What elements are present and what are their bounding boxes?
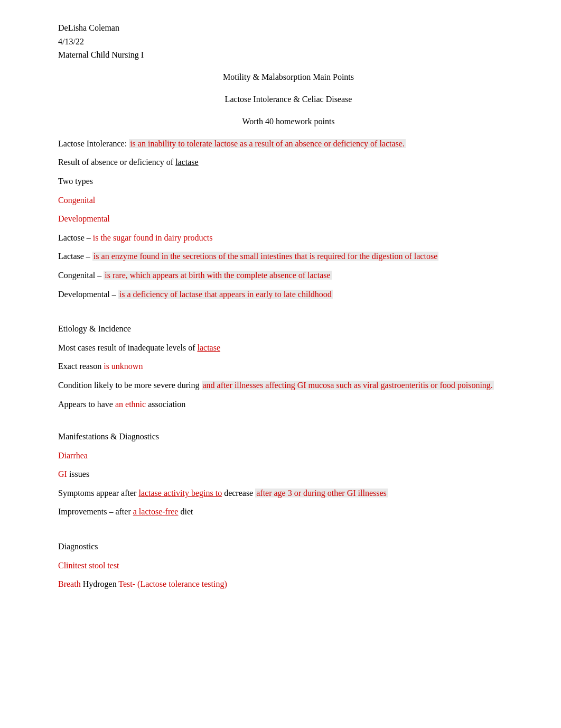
developmental-line: Developmental: [58, 212, 519, 226]
document-title1: Motility & Malabsorption Main Points: [223, 72, 354, 81]
exact-reason-prefix: Exact reason: [58, 362, 101, 371]
gi-suffix: issues: [69, 469, 89, 478]
symptoms-middle: decrease: [224, 489, 253, 497]
most-cases-line: Most cases result of inadequate levels o…: [58, 341, 519, 355]
congenital-def-prefix: Congenital –: [58, 271, 101, 280]
lactase-underline: lactase: [175, 158, 199, 167]
lactose-intolerance-def-red: is an inability to tolerate lactose as a…: [129, 139, 406, 148]
appears-suffix: association: [148, 400, 185, 409]
document-title3: Worth 40 homework points: [242, 117, 334, 126]
condition-line: Condition likely to be more severe durin…: [58, 379, 519, 392]
lactose-def-red: is the sugar found in dairy products: [93, 233, 213, 242]
gi-red: GI: [58, 469, 67, 478]
clinitest-line: Clinitest stool test: [58, 559, 519, 573]
appears-prefix: Appears to have: [58, 400, 113, 409]
two-types-text: Two types: [58, 177, 93, 186]
symptoms-red2: after age 3 or during other GI illnesses: [255, 489, 388, 497]
result-line: Result of absence or deficiency of lacta…: [58, 155, 519, 169]
result-prefix: Result of absence or deficiency of: [58, 158, 173, 167]
lactase-def-line: Lactase – is an enzyme found in the secr…: [58, 250, 519, 263]
improvements-prefix: Improvements – after: [58, 507, 131, 516]
improvements-suffix: diet: [180, 507, 193, 516]
clinitest-text: Clinitest stool test: [58, 561, 119, 570]
breath-hydrogen-line: Breath Hydrogen Test- (Lactose tolerance…: [58, 577, 519, 591]
symptoms-prefix: Symptoms appear after: [58, 489, 136, 497]
lactose-intolerance-def-line: Lactose Intolerance: is an inability to …: [58, 137, 519, 151]
course-name: Maternal Child Nursing I: [58, 48, 519, 62]
lactase-prefix: Lactase –: [58, 252, 90, 261]
appears-ethnic-red: an ethnic: [115, 400, 146, 409]
author-name: DeLisha Coleman: [58, 21, 519, 35]
document-title2: Lactose Intolerance & Celiac Disease: [225, 95, 352, 104]
lactose-intolerance-label: Lactose Intolerance:: [58, 139, 127, 148]
manifestations-heading: Manifestations & Diagnostics: [58, 430, 519, 444]
appears-line: Appears to have an ethnic association: [58, 398, 519, 411]
breath-middle: Hydrogen: [83, 579, 117, 588]
etiology-heading: Etiology & Incidence: [58, 322, 519, 336]
congenital-def-line: Congenital – is rare, which appears at b…: [58, 269, 519, 282]
congenital-line: Congenital: [58, 193, 519, 207]
document-title2-block: Lactose Intolerance & Celiac Disease: [58, 95, 519, 104]
gi-issues-line: GI issues: [58, 467, 519, 481]
document-title1-block: Motility & Malabsorption Main Points: [58, 72, 519, 82]
breath-red: Breath: [58, 579, 81, 588]
diarrhea-text: Diarrhea: [58, 451, 88, 460]
exact-reason-line: Exact reason is unknown: [58, 360, 519, 373]
diagnostics-heading: Diagnostics: [58, 540, 519, 554]
symptoms-line: Symptoms appear after lactase activity b…: [58, 486, 519, 500]
improvements-line: Improvements – after a lactose-free diet: [58, 505, 519, 519]
developmental-def-red: is a deficiency of lactase that appears …: [118, 290, 333, 299]
two-types-line: Two types: [58, 174, 519, 188]
exact-reason-red: is unknown: [104, 362, 143, 371]
document-date: 4/13/22: [58, 35, 519, 49]
lactose-prefix: Lactose –: [58, 233, 91, 242]
lactose-def-line: Lactose – is the sugar found in dairy pr…: [58, 231, 519, 245]
header-block: DeLisha Coleman 4/13/22 Maternal Child N…: [58, 21, 519, 62]
condition-prefix: Condition likely to be more severe durin…: [58, 381, 200, 390]
developmental-def-prefix: Developmental –: [58, 290, 116, 299]
condition-red: and after illnesses affecting GI mucosa …: [202, 381, 494, 390]
diarrhea-line: Diarrhea: [58, 449, 519, 463]
lactase-red-text: lactase: [197, 343, 220, 352]
breath-red2: Test- (Lactose tolerance testing): [118, 579, 227, 588]
developmental-def-line: Developmental – is a deficiency of lacta…: [58, 288, 519, 301]
improvements-red: a lactose-free: [133, 507, 179, 516]
document-title3-block: Worth 40 homework points: [58, 117, 519, 126]
symptoms-red1: lactase activity begins to: [138, 489, 222, 497]
lactase-def-red: is an enzyme found in the secretions of …: [92, 252, 438, 261]
most-cases-prefix: Most cases result of inadequate levels o…: [58, 343, 195, 352]
developmental-text: Developmental: [58, 214, 110, 223]
congenital-def-red: is rare, which appears at birth with the…: [104, 271, 331, 280]
congenital-text: Congenital: [58, 196, 95, 205]
